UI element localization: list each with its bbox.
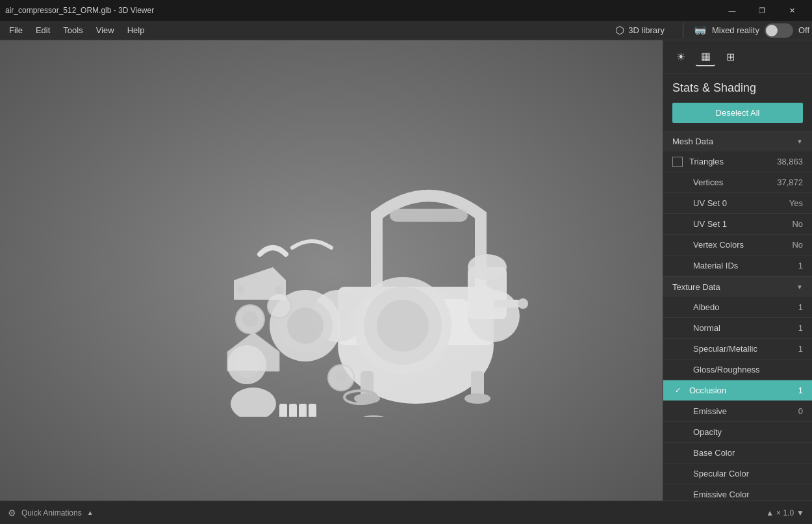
toolbar-divider bbox=[683, 23, 683, 38]
viewport[interactable] bbox=[0, 40, 663, 501]
uv-set-1-label: UV Set 1 bbox=[693, 219, 789, 229]
svg-point-33 bbox=[336, 373, 346, 383]
zoom-up-arrow[interactable]: ▲ bbox=[766, 508, 774, 517]
svg-rect-25 bbox=[309, 404, 316, 417]
menu-file[interactable]: File bbox=[3, 23, 29, 38]
uv-set-1-value: No bbox=[792, 219, 803, 229]
uv-set-0-label: UV Set 0 bbox=[693, 198, 787, 208]
specular-metallic-value: 1 bbox=[798, 344, 803, 354]
albedo-value: 1 bbox=[798, 302, 803, 312]
3d-library-button[interactable]: ⬡ 3D library bbox=[607, 20, 672, 40]
mesh-data-label: Mesh Data bbox=[672, 137, 713, 146]
minimize-button[interactable]: — bbox=[717, 0, 747, 21]
svg-point-27 bbox=[242, 311, 258, 327]
vertices-value: 37,872 bbox=[777, 177, 803, 187]
svg-point-38 bbox=[354, 415, 393, 417]
albedo-label: Albedo bbox=[693, 302, 796, 312]
mixed-reality-area: 🥽 Mixed reality Off bbox=[694, 23, 809, 38]
table-row: Material IDs 1 bbox=[663, 255, 812, 276]
off-label: Off bbox=[798, 25, 809, 35]
panel-icon-toolbar: ☀ ▦ ⊞ bbox=[663, 40, 812, 73]
3d-model bbox=[104, 124, 559, 417]
svg-rect-4 bbox=[390, 209, 468, 222]
svg-point-7 bbox=[377, 300, 429, 352]
emissive-value: 0 bbox=[798, 406, 803, 416]
table-row: Vertex Colors No bbox=[663, 235, 812, 255]
panel-title: Stats & Shading bbox=[663, 73, 812, 100]
window-title: air_compressor_512_ORM.glb - 3D Viewer bbox=[5, 6, 717, 15]
texture-data-label: Texture Data bbox=[672, 282, 720, 292]
zoom-down-arrow[interactable]: ▼ bbox=[796, 508, 804, 517]
quick-animations-expand: ▲ bbox=[87, 509, 94, 516]
zoom-label: × 1.0 bbox=[776, 508, 794, 517]
mixed-reality-label: Mixed reality bbox=[712, 25, 759, 35]
svg-point-15 bbox=[518, 298, 528, 309]
close-button[interactable]: ✕ bbox=[777, 0, 807, 21]
table-row: Albedo 1 bbox=[663, 297, 812, 318]
occlusion-checkbox[interactable] bbox=[672, 386, 683, 396]
table-row: Emissive Color bbox=[663, 484, 812, 501]
triangles-checkbox[interactable] bbox=[672, 157, 683, 167]
table-row: Triangles 38,863 bbox=[663, 151, 812, 172]
table-row: Occlusion 1 bbox=[663, 380, 812, 401]
svg-rect-23 bbox=[289, 404, 297, 417]
window-controls: — ❐ ✕ bbox=[717, 0, 807, 21]
triangles-label: Triangles bbox=[689, 157, 774, 166]
grid-icon-button[interactable]: ▦ bbox=[696, 47, 715, 66]
menu-tools[interactable]: Tools bbox=[57, 23, 89, 38]
table-row: Base Color bbox=[663, 443, 812, 464]
svg-point-29 bbox=[236, 286, 244, 294]
gloss-roughness-label: Gloss/Roughness bbox=[693, 365, 800, 374]
svg-rect-14 bbox=[494, 300, 520, 308]
mesh-data-section-header[interactable]: Mesh Data ▼ bbox=[663, 131, 812, 151]
menu-help[interactable]: Help bbox=[121, 23, 151, 38]
emissive-color-label: Emissive Color bbox=[693, 490, 800, 499]
toggle-knob bbox=[766, 25, 778, 36]
restore-button[interactable]: ❐ bbox=[747, 0, 777, 21]
table-row: Specular Color bbox=[663, 464, 812, 484]
vertex-colors-label: Vertex Colors bbox=[693, 240, 789, 250]
normal-value: 1 bbox=[798, 323, 803, 333]
vertices-label: Vertices bbox=[693, 177, 774, 187]
table-row: UV Set 0 Yes bbox=[663, 193, 812, 214]
material-ids-label: Material IDs bbox=[693, 261, 796, 270]
bottombar: ⚙ Quick Animations ▲ ▲ × 1.0 ▼ bbox=[0, 501, 812, 524]
mixed-reality-toggle[interactable] bbox=[765, 23, 793, 38]
titlebar: air_compressor_512_ORM.glb - 3D Viewer —… bbox=[0, 0, 812, 21]
sun-icon-button[interactable]: ☀ bbox=[671, 47, 691, 66]
specular-metallic-label: Specular/Metallic bbox=[693, 344, 796, 354]
menu-view[interactable]: View bbox=[90, 23, 121, 38]
occlusion-label: Occlusion bbox=[689, 386, 796, 395]
quick-animations-label: Quick Animations bbox=[21, 508, 82, 517]
table-row: Vertices 37,872 bbox=[663, 172, 812, 193]
table-icon-button[interactable]: ⊞ bbox=[720, 47, 740, 66]
svg-rect-22 bbox=[279, 404, 287, 417]
svg-point-30 bbox=[275, 286, 283, 294]
triangles-value: 38,863 bbox=[777, 157, 803, 166]
library-icon: ⬡ bbox=[615, 24, 624, 36]
deselect-all-button[interactable]: Deselect All bbox=[672, 103, 803, 123]
table-row: UV Set 1 No bbox=[663, 214, 812, 235]
emissive-label: Emissive bbox=[693, 406, 796, 416]
library-label: 3D library bbox=[628, 25, 665, 35]
svg-point-18 bbox=[287, 308, 324, 344]
quick-animations-icon: ⚙ bbox=[8, 508, 16, 518]
occlusion-value: 1 bbox=[798, 386, 803, 395]
zoom-control: ▲ × 1.0 ▼ bbox=[766, 508, 804, 517]
svg-rect-24 bbox=[299, 404, 307, 417]
table-row: Normal 1 bbox=[663, 318, 812, 339]
uv-set-0-value: Yes bbox=[789, 198, 803, 208]
menubar: File Edit Tools View Help ⬡ 3D library 🥽… bbox=[0, 21, 812, 40]
texture-data-chevron: ▼ bbox=[796, 283, 803, 291]
menu-edit[interactable]: Edit bbox=[29, 23, 57, 38]
opacity-label: Opacity bbox=[693, 427, 800, 437]
texture-data-section-header[interactable]: Texture Data ▼ bbox=[663, 276, 812, 297]
svg-point-9 bbox=[468, 254, 507, 280]
svg-point-21 bbox=[231, 387, 276, 417]
base-color-label: Base Color bbox=[693, 448, 800, 458]
mesh-data-chevron: ▼ bbox=[796, 138, 803, 145]
table-row: Opacity bbox=[663, 422, 812, 443]
table-row: Emissive 0 bbox=[663, 401, 812, 422]
main-content: ☀ ▦ ⊞ Stats & Shading Deselect All Mesh … bbox=[0, 40, 812, 501]
table-row: Gloss/Roughness bbox=[663, 360, 812, 380]
